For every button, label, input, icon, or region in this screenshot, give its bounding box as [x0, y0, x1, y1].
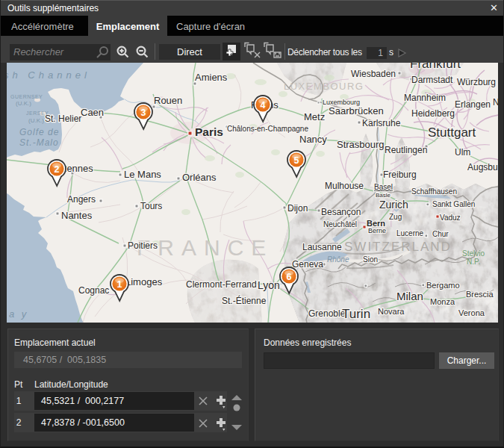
svg-text:Metz: Metz — [304, 111, 325, 122]
svg-text:Augsburg: Augsburg — [467, 162, 498, 172]
svg-text:Limoges: Limoges — [125, 276, 163, 287]
svg-text:N.P.: N.P. — [467, 258, 480, 266]
svg-text:Saarbrücken: Saarbrücken — [329, 105, 384, 116]
svg-text:Stelvio: Stelvio — [462, 249, 485, 258]
svg-text:1: 1 — [117, 279, 122, 290]
svg-text:6: 6 — [287, 272, 292, 282]
svg-text:Karlsruhe: Karlsruhe — [362, 118, 401, 128]
svg-text:Stuttgart: Stuttgart — [428, 125, 476, 140]
svg-text:Lyon: Lyon — [258, 279, 280, 291]
svg-text:Brescia: Brescia — [466, 290, 494, 299]
svg-text:Lausanne: Lausanne — [302, 242, 342, 252]
svg-text:Darmstadt: Darmstadt — [411, 75, 453, 85]
svg-text:Dijon: Dijon — [287, 203, 308, 214]
svg-text:Caen: Caen — [81, 107, 104, 118]
svg-text:Poitiers: Poitiers — [128, 240, 158, 251]
svg-text:Cognac: Cognac — [78, 285, 109, 296]
svg-text:Zurich: Zurich — [379, 199, 408, 211]
svg-text:a y: a y — [9, 308, 28, 320]
svg-text:5: 5 — [294, 155, 299, 166]
svg-text:Strasbourg: Strasbourg — [337, 139, 385, 150]
svg-text:Wiesbaden: Wiesbaden — [351, 69, 396, 79]
svg-text:3: 3 — [141, 108, 146, 118]
svg-text:Chur: Chur — [432, 230, 449, 238]
svg-text:Novara: Novara — [378, 307, 405, 316]
svg-text:Angers: Angers — [67, 194, 96, 205]
svg-text:2: 2 — [55, 164, 60, 175]
svg-text:Geneva: Geneva — [292, 259, 323, 270]
svg-text:Basel: Basel — [374, 183, 393, 191]
svg-text:Neuchâtel: Neuchâtel — [323, 220, 357, 228]
svg-text:Frankfurt: Frankfurt — [410, 63, 461, 71]
svg-text:Sion: Sion — [363, 255, 378, 264]
svg-text:Rhône: Rhône — [327, 255, 349, 264]
svg-text:JERSEY: JERSEY — [26, 111, 49, 116]
svg-text:Grenoble: Grenoble — [308, 308, 346, 319]
svg-text:Lucerne: Lucerne — [396, 229, 424, 237]
svg-text:Amiens: Amiens — [195, 72, 228, 83]
svg-text:Ulm: Ulm — [455, 147, 470, 158]
svg-text:Würzburg: Würzburg — [457, 77, 496, 87]
svg-text:Erlangen: Erlangen — [455, 99, 491, 110]
svg-text:Zug: Zug — [389, 213, 402, 221]
svg-text:Châlons-en-Champagne: Châlons-en-Champagne — [227, 125, 308, 133]
svg-text:Mulhouse: Mulhouse — [325, 181, 364, 191]
svg-text:Nantes: Nantes — [61, 210, 93, 221]
svg-text:St.-Malo: St.-Malo — [19, 137, 59, 148]
svg-text:Heidelberg: Heidelberg — [411, 108, 455, 119]
svg-text:Schaffhausen: Schaffhausen — [411, 187, 457, 196]
svg-text:Mannheim: Mannheim — [404, 93, 446, 103]
svg-text:Luxembourg: Luxembourg — [323, 99, 360, 106]
svg-text:St. Helier: St. Helier — [45, 113, 81, 124]
svg-text:Rouen: Rouen — [154, 95, 182, 106]
svg-text:Besançon: Besançon — [321, 207, 361, 217]
svg-text:Golfe de: Golfe de — [19, 127, 59, 137]
svg-text:Clermont-Ferrand: Clermont-Ferrand — [186, 279, 257, 290]
svg-text:SWITZERLAND: SWITZERLAND — [344, 240, 452, 254]
svg-text:Vaduz: Vaduz — [440, 214, 461, 222]
svg-text:Bergamo: Bergamo — [426, 281, 460, 290]
svg-text:Reutlingen: Reutlingen — [385, 145, 427, 155]
svg-text:Freiburg: Freiburg — [383, 169, 417, 180]
svg-text:Sankt Gallen: Sankt Gallen — [432, 200, 475, 208]
svg-text:Verona: Verona — [458, 308, 485, 317]
svg-text:Tours: Tours — [140, 201, 162, 211]
svg-text:Monza: Monza — [430, 297, 455, 306]
svg-text:Paris: Paris — [195, 125, 223, 138]
svg-text:Turin: Turin — [342, 307, 370, 321]
svg-text:(U.K.): (U.K.) — [28, 117, 44, 124]
svg-text:Berne: Berne — [368, 227, 386, 234]
svg-text:Nancy: Nancy — [299, 134, 327, 145]
svg-text:St.-Étienne: St.-Étienne — [222, 295, 267, 306]
svg-text:(U.K.): (U.K.) — [16, 100, 31, 107]
svg-text:LUXEMBOURG: LUXEMBOURG — [284, 81, 364, 92]
svg-text:Le Mans: Le Mans — [124, 169, 161, 180]
svg-text:sh Channel: sh Channel — [7, 69, 90, 81]
svg-text:Basle: Basle — [376, 192, 391, 199]
svg-text:4: 4 — [261, 100, 266, 111]
svg-text:GUERNSEY: GUERNSEY — [10, 94, 43, 99]
svg-text:N: N — [493, 97, 498, 108]
svg-text:Orléans: Orléans — [182, 172, 217, 183]
svg-text:Milan: Milan — [396, 290, 423, 302]
